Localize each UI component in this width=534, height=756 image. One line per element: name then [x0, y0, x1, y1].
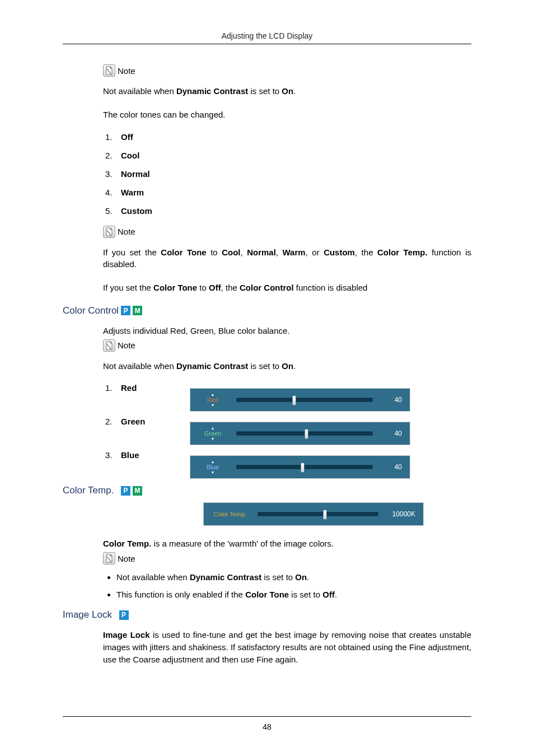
image-lock-desc: Image Lock is used to fine-tune and get … [103, 629, 471, 665]
page-number: 48 [63, 722, 471, 731]
note-label: Note [118, 227, 135, 236]
slider-track[interactable] [236, 431, 373, 436]
osd-slider-color-temp[interactable]: Color Temp. 10000K [204, 503, 423, 525]
slider-row-red: 1. Red ▲Red▼ 40 [105, 383, 471, 411]
color-control-desc: Adjusts individual Red, Green, Blue colo… [103, 325, 471, 337]
color-temp-desc: Color Temp. is a measure of the 'warmth'… [103, 538, 471, 550]
slider-value: 10000K [383, 510, 415, 518]
note-icon [103, 226, 115, 238]
note-block: Note [103, 339, 471, 352]
list-item: 4.Warm [105, 188, 471, 197]
note-text: Not available when Dynamic Contrast is s… [103, 85, 471, 97]
slider-track[interactable] [236, 398, 373, 402]
slider-value: 40 [377, 463, 402, 471]
color-tone-note-1: If you set the Color Tone to Cool, Norma… [103, 246, 471, 271]
color-tone-note-2: If you set the Color Tone to Off, the Co… [103, 282, 471, 294]
note-icon [103, 64, 115, 77]
p-badge-icon: P [121, 486, 130, 496]
osd-slider-green[interactable]: ▲Green▼ 40 [190, 422, 410, 445]
svg-point-0 [110, 67, 112, 69]
svg-point-1 [110, 228, 112, 230]
p-badge-icon: P [119, 610, 129, 620]
bullet-item: This function is only enabled if the Col… [116, 590, 471, 599]
note-label: Note [118, 554, 135, 563]
slider-thumb[interactable] [301, 463, 305, 473]
p-badge-icon: P [121, 306, 130, 315]
header-divider [63, 44, 471, 44]
list-item: 3.Normal [105, 169, 471, 179]
list-item: 2.Cool [105, 151, 471, 160]
list-item: 1.Off [105, 132, 471, 142]
note-label: Note [118, 340, 135, 350]
note-block: Note [103, 64, 471, 77]
bullet-item: Not available when Dynamic Contrast is s… [116, 572, 471, 582]
note-block: Note [103, 226, 471, 238]
color-control-sliders: 1. Red ▲Red▼ 40 2. Green ▲Green▼ [103, 383, 471, 478]
color-temp-bullets: Not available when Dynamic Contrast is s… [103, 572, 471, 599]
color-tone-list: 1.Off 2.Cool 3.Normal 4.Warm 5.Custom [103, 132, 471, 216]
note-icon [103, 552, 115, 564]
svg-point-3 [110, 554, 112, 557]
page-header: Adjusting the LCD Display [63, 31, 471, 40]
slider-thumb[interactable] [305, 429, 308, 439]
section-heading-color-temp: Color Temp. PM [63, 485, 471, 496]
slider-value: 40 [377, 430, 402, 437]
slider-row-green: 2. Green ▲Green▼ 40 [105, 417, 471, 445]
note-icon [103, 339, 115, 352]
m-badge-icon: M [133, 306, 142, 315]
list-item: 5.Custom [105, 206, 471, 216]
color-tone-intro: The color tones can be changed. [103, 109, 471, 121]
slider-row-blue: 3. Blue ▲Blue▼ 40 [105, 450, 471, 478]
slider-track[interactable] [236, 465, 373, 469]
footer-divider [63, 716, 471, 717]
osd-slider-red[interactable]: ▲Red▼ 40 [190, 389, 410, 411]
section-heading-color-control: Color ControlPM [63, 305, 471, 316]
note-text: Not available when Dynamic Contrast is s… [103, 360, 471, 372]
section-heading-image-lock: Image Lock P [63, 609, 471, 620]
slider-track[interactable] [257, 512, 378, 516]
slider-thumb[interactable] [323, 510, 327, 520]
svg-point-2 [110, 342, 112, 344]
note-block: Note [103, 552, 471, 564]
note-label: Note [118, 66, 135, 76]
slider-thumb[interactable] [292, 395, 296, 405]
osd-slider-blue[interactable]: ▲Blue▼ 40 [190, 456, 410, 478]
slider-value: 40 [377, 396, 402, 404]
m-badge-icon: M [133, 486, 142, 496]
